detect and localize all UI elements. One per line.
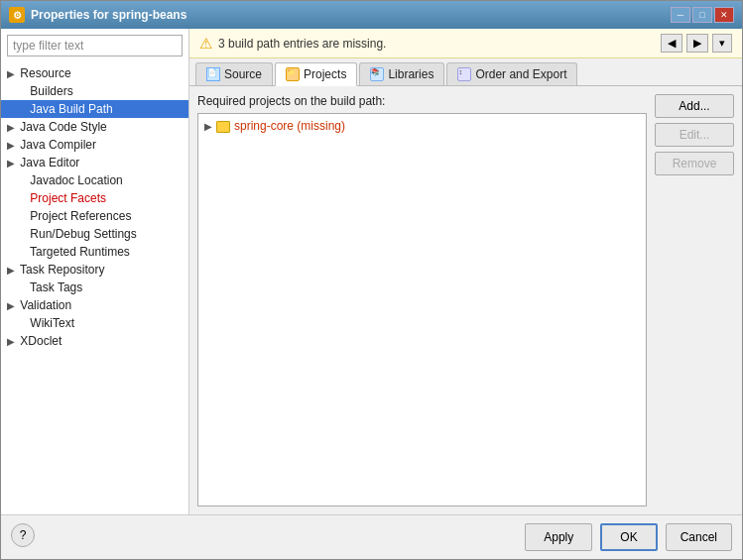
apply-button[interactable]: Apply <box>525 523 592 551</box>
dialog-footer: ? Apply OK Cancel <box>1 514 742 559</box>
sidebar-item-java-editor[interactable]: ▶ Java Editor <box>1 154 188 171</box>
remove-button[interactable]: Remove <box>655 152 734 175</box>
dialog-body: ▶ Resource Builders Java Build Path▶ Jav… <box>1 29 742 514</box>
expand-arrow: ▶ <box>7 336 17 347</box>
forward-button[interactable]: ▶ <box>686 34 708 53</box>
maximize-button[interactable]: □ <box>692 7 712 23</box>
sidebar-item-javadoc-location[interactable]: Javadoc Location <box>1 171 188 189</box>
tabs-area: 📄 Source 📁 Projects 📚 Libraries ↕ Order … <box>189 58 742 86</box>
expand-arrow: ▶ <box>7 122 17 133</box>
close-button[interactable]: ✕ <box>714 7 734 23</box>
sidebar-item-validation[interactable]: ▶ Validation <box>1 296 188 314</box>
side-buttons: Add... Edit... Remove <box>655 94 734 506</box>
sidebar-item-run-debug-settings[interactable]: Run/Debug Settings <box>1 225 188 243</box>
window-controls: ─ □ ✕ <box>671 7 734 23</box>
sidebar-item-java-compiler[interactable]: ▶ Java Compiler <box>1 136 188 154</box>
tab-source-label: Source <box>224 67 262 81</box>
order-tab-icon: ↕ <box>457 67 471 81</box>
help-button[interactable]: ? <box>11 523 35 547</box>
panel-label: Required projects on the build path: <box>197 94 647 108</box>
expand-arrow: ▶ <box>7 158 17 168</box>
edit-button[interactable]: Edit... <box>655 123 734 147</box>
tab-projects-label: Projects <box>304 67 346 81</box>
projects-tree[interactable]: ▶ spring-core (missing) <box>197 113 647 506</box>
title-bar: ⚙ Properties for spring-beans ─ □ ✕ <box>1 1 742 29</box>
libraries-tab-icon: 📚 <box>370 67 384 81</box>
source-tab-icon: 📄 <box>206 67 220 81</box>
properties-dialog: ⚙ Properties for spring-beans ─ □ ✕ ▶ Re… <box>0 0 743 560</box>
tab-projects[interactable]: 📁 Projects <box>275 62 357 86</box>
dropdown-button[interactable]: ▾ <box>712 34 732 53</box>
tab-libraries[interactable]: 📚 Libraries <box>359 62 444 85</box>
tab-libraries-label: Libraries <box>388 67 433 81</box>
dialog-title: Properties for spring-beans <box>31 8 186 22</box>
right-panel: ⚠ 3 build path entries are missing. ◀ ▶ … <box>189 29 742 514</box>
cancel-button[interactable]: Cancel <box>666 523 732 551</box>
filter-input[interactable] <box>7 35 183 56</box>
tab-source[interactable]: 📄 Source <box>195 62 273 85</box>
expand-arrow: ▶ <box>7 140 17 151</box>
sidebar-item-resource[interactable]: ▶ Resource <box>1 64 188 82</box>
warning-text: 3 build path entries are missing. <box>218 37 386 51</box>
ok-button[interactable]: OK <box>600 523 657 551</box>
project-item[interactable]: ▶ spring-core (missing) <box>200 116 644 136</box>
add-button[interactable]: Add... <box>655 94 734 118</box>
sidebar-item-project-facets[interactable]: Project Facets <box>1 189 188 207</box>
main-content: Required projects on the build path: ▶ s… <box>189 86 742 514</box>
tree-list: ▶ Resource Builders Java Build Path▶ Jav… <box>1 62 188 514</box>
expand-arrow: ▶ <box>7 68 17 79</box>
sidebar-item-task-tags[interactable]: Task Tags <box>1 279 188 296</box>
project-icon <box>216 119 230 133</box>
back-button[interactable]: ◀ <box>661 34 682 53</box>
sidebar-item-java-code-style[interactable]: ▶ Java Code Style <box>1 118 188 136</box>
expand-arrow: ▶ <box>7 300 17 311</box>
sidebar-item-targeted-runtimes[interactable]: Targeted Runtimes <box>1 243 188 261</box>
tab-order-export[interactable]: ↕ Order and Export <box>446 62 577 85</box>
warning-bar: ⚠ 3 build path entries are missing. ◀ ▶ … <box>189 29 742 58</box>
sidebar-item-project-references[interactable]: Project References <box>1 207 188 225</box>
sidebar-item-task-repository[interactable]: ▶ Task Repository <box>1 261 188 279</box>
warning-icon: ⚠ <box>199 35 212 53</box>
projects-tab-icon: 📁 <box>286 67 300 81</box>
project-expand-arrow: ▶ <box>204 121 212 132</box>
sidebar-item-builders[interactable]: Builders <box>1 82 188 100</box>
expand-arrow: ▶ <box>7 265 17 276</box>
tab-order-label: Order and Export <box>475 67 566 81</box>
build-path-panel: Required projects on the build path: ▶ s… <box>197 94 647 506</box>
minimize-button[interactable]: ─ <box>671 7 690 23</box>
help-area: ? <box>11 523 35 551</box>
sidebar-item-xdoclet[interactable]: ▶ XDoclet <box>1 332 188 350</box>
sidebar-item-wiki-text[interactable]: WikiText <box>1 314 188 332</box>
sidebar-item-java-build-path[interactable]: Java Build Path <box>1 100 188 118</box>
project-label: spring-core (missing) <box>234 119 345 133</box>
left-panel: ▶ Resource Builders Java Build Path▶ Jav… <box>1 29 189 514</box>
dialog-icon: ⚙ <box>9 7 25 23</box>
